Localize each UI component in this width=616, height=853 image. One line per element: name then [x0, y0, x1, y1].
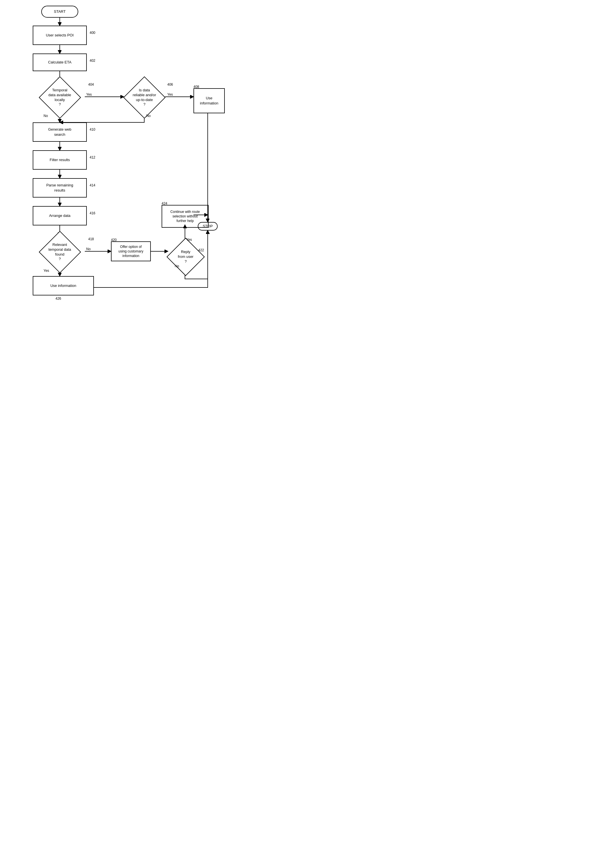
ref-406: 406	[167, 82, 173, 87]
yes-reply: Yes	[187, 238, 192, 241]
use-info-top-shape: Useinformation	[193, 88, 225, 113]
no-temporal: No	[44, 114, 48, 118]
yes-reliable: Yes	[167, 93, 173, 97]
calc-eta-label: Calculate ETA	[48, 60, 71, 65]
yes-relevant: Yes	[44, 269, 49, 273]
ref-416: 416	[90, 211, 95, 215]
ref-422: 422	[198, 248, 204, 252]
calc-eta-shape: Calculate ETA	[33, 53, 87, 71]
user-poi-shape: User selects POI	[33, 26, 87, 45]
ref-412: 412	[90, 155, 95, 159]
no-reliable: No	[146, 114, 150, 118]
offer-option-shape: Offer option ofusing customaryinformatio…	[111, 241, 151, 261]
parse-remaining-shape: Parse remainingresults	[33, 178, 87, 197]
filter-results-label: Filter results	[50, 157, 70, 162]
ref-402: 402	[90, 59, 95, 62]
temporal-data-wrap: Temporaldata availablelocally?	[34, 81, 85, 114]
ref-400: 400	[90, 31, 95, 35]
arrange-data-label: Arrange data	[49, 213, 70, 218]
ref-420: 420	[111, 238, 117, 242]
ref-408: 408	[193, 85, 199, 89]
continue-route-label: Continue with routeselection withoutfurt…	[170, 209, 200, 223]
ref-410: 410	[90, 127, 95, 132]
reply-user-wrap: Replyfrom user?	[168, 240, 203, 273]
generate-web-label: Generate websearch	[48, 127, 71, 137]
use-info-bottom-label: Use information	[50, 283, 76, 288]
ref-418: 418	[88, 237, 94, 241]
start-shape: START	[41, 6, 78, 18]
ref-426: 426	[56, 297, 61, 301]
filter-results-shape: Filter results	[33, 150, 87, 170]
no-reply: No	[175, 264, 179, 268]
data-reliable-wrap: Is datareliable and/orup-to-date?	[124, 81, 165, 114]
flowchart-diagram: START User selects POI 400 Calculate ETA…	[0, 0, 256, 356]
yes-temporal: Yes	[86, 93, 92, 97]
no-relevant: No	[86, 247, 91, 251]
stop-label: STOP	[203, 224, 212, 229]
generate-web-shape: Generate websearch	[33, 122, 87, 142]
user-poi-label: User selects POI	[46, 33, 74, 38]
start-label: START	[54, 9, 65, 14]
parse-remaining-label: Parse remainingresults	[46, 183, 73, 193]
ref-414: 414	[90, 183, 95, 187]
use-info-top-label: Useinformation	[200, 96, 218, 106]
ref-424: 424	[162, 202, 167, 205]
use-info-bottom-shape: Use information	[33, 276, 94, 296]
relevant-temporal-wrap: Relevanttemporal datafound?	[34, 236, 85, 269]
offer-option-label: Offer option ofusing customaryinformatio…	[118, 244, 143, 258]
stop-shape: STOP	[198, 222, 218, 231]
ref-404: 404	[88, 82, 94, 87]
arrange-data-shape: Arrange data	[33, 206, 87, 225]
